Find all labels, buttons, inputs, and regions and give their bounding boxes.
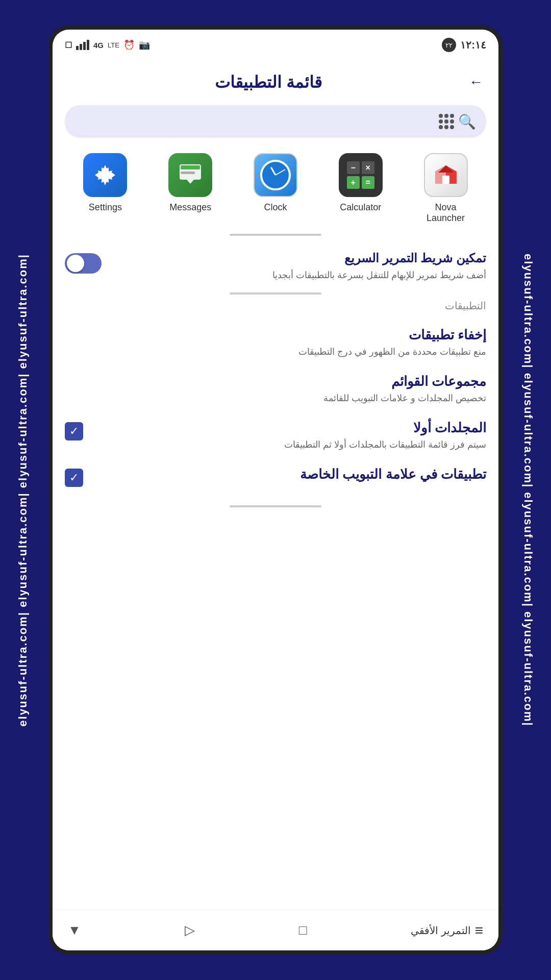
- app-messages[interactable]: Messages: [162, 153, 218, 224]
- fast-scroll-text: تمكين شريط التمرير السريع أضف شريط تمرير…: [102, 251, 486, 282]
- scrollable-area[interactable]: Settings Messages: [53, 148, 498, 910]
- divider-3: [230, 505, 321, 507]
- screen-content: ← قائمة التطبيقات 🔍: [53, 60, 498, 950]
- nova-app-icon: [424, 153, 468, 197]
- custom-tab-row[interactable]: تطبيقات في علامة التبويب الخاصة ✓: [53, 458, 498, 495]
- fast-scroll-section: تمكين شريط التمرير السريع أضف شريط تمرير…: [53, 246, 498, 292]
- menu-groups-desc: تخصيص المجلدات و علامات التبويب للقائمة: [65, 393, 486, 404]
- calculator-app-icon: − × + =: [339, 153, 383, 197]
- custom-tab-text: تطبيقات في علامة التبويب الخاصة: [83, 467, 486, 485]
- bottom-nav: ≡ التمرير الأفقي □ ▷ ▼: [53, 910, 498, 950]
- back-button[interactable]: ←: [469, 74, 483, 90]
- fast-scroll-desc: أضف شريط تمرير للإبهام للتنقل بسرعة بالت…: [102, 268, 486, 282]
- clock-time: ١٢:١٤: [460, 39, 486, 51]
- settings-label: Settings: [89, 202, 122, 213]
- toggle-knob: [67, 255, 84, 272]
- scroll-text-area: ≡ التمرير الأفقي: [411, 922, 483, 939]
- app-nova[interactable]: Nova Launcher: [418, 153, 474, 224]
- search-bar[interactable]: 🔍: [65, 105, 486, 138]
- nova-label: Nova Launcher: [418, 202, 474, 224]
- grid-icon: [439, 114, 454, 129]
- check-icon-2: ✓: [69, 471, 79, 484]
- hide-apps-item[interactable]: إخفاء تطبيقات منع تطبيقات محددة من الظهو…: [53, 319, 498, 365]
- screenshot-icon: 📷: [139, 39, 150, 51]
- svg-rect-2: [181, 165, 200, 169]
- folders-first-text: المجلدات أولا سيتم فرز قائمة التطبيقات ب…: [83, 420, 486, 450]
- folders-first-desc: سيتم فرز قائمة التطبيقات بالمجلدات أولا …: [83, 439, 486, 450]
- play-button[interactable]: ▷: [185, 922, 195, 938]
- fast-scroll-row: تمكين شريط التمرير السريع أضف شريط تمرير…: [65, 246, 486, 292]
- folders-first-checkbox[interactable]: ✓: [65, 422, 83, 440]
- folders-first-title: المجلدات أولا: [83, 420, 486, 436]
- settings-app-icon: [83, 153, 127, 197]
- menu-groups-item[interactable]: مجموعات القوائم تخصيص المجلدات و علامات …: [53, 365, 498, 412]
- hide-apps-desc: منع تطبيقات محددة من الظهور في درج التطب…: [65, 346, 486, 357]
- calculator-label: Calculator: [340, 202, 381, 213]
- hide-apps-title: إخفاء تطبيقات: [65, 327, 486, 343]
- alarm-icon: ⏰: [123, 39, 135, 51]
- messages-app-icon: [168, 153, 212, 197]
- search-icon: 🔍: [458, 113, 476, 130]
- section-label-apps: التطبيقات: [53, 300, 498, 312]
- divider-1: [230, 234, 321, 236]
- svg-rect-3: [181, 172, 195, 174]
- signal-bars: [76, 40, 89, 50]
- fast-scroll-toggle[interactable]: [65, 253, 102, 274]
- custom-tab-checkbox[interactable]: ✓: [65, 469, 83, 487]
- square-button[interactable]: □: [299, 922, 307, 938]
- fast-scroll-title: تمكين شريط التمرير السريع: [102, 251, 486, 265]
- menu-groups-title: مجموعات القوائم: [65, 374, 486, 389]
- network-4g: 4G: [93, 41, 104, 50]
- status-bar: ☐ 4G LTE ⏰ 📷 ٢٢ ١٢:١٤: [53, 30, 498, 60]
- svg-marker-4: [187, 180, 194, 184]
- page-title: قائمة التطبيقات: [68, 72, 469, 92]
- clock-app-icon: [254, 153, 297, 197]
- messages-label: Messages: [169, 202, 211, 213]
- status-right: ٢٢ ١٢:١٤: [442, 38, 486, 52]
- phone-container: ☐ 4G LTE ⏰ 📷 ٢٢ ١٢:١٤ ← قائمة التطبيقات: [48, 26, 503, 954]
- apps-row: Settings Messages: [53, 148, 498, 234]
- status-left: ☐ 4G LTE ⏰ 📷: [65, 39, 150, 51]
- dropdown-button[interactable]: ▼: [68, 922, 81, 938]
- divider-2: [230, 292, 321, 295]
- network-lte: LTE: [108, 41, 119, 49]
- notification-badge: ٢٢: [442, 38, 456, 52]
- check-icon: ✓: [69, 425, 79, 438]
- app-clock[interactable]: Clock: [247, 153, 304, 224]
- app-settings[interactable]: Settings: [77, 153, 133, 224]
- menu-lines-icon: ≡: [475, 922, 483, 939]
- watermark-right-text: elyusuf-ultra.com| elyusuf-ultra.com| el…: [521, 254, 535, 726]
- scroll-label: التمرير الأفقي: [411, 924, 471, 937]
- folders-first-row[interactable]: المجلدات أولا سيتم فرز قائمة التطبيقات ب…: [53, 412, 498, 458]
- watermark-left-text: elyusuf-ultra.com| elyusuf-ultra.com| el…: [16, 254, 30, 726]
- page-header: ← قائمة التطبيقات: [53, 60, 498, 100]
- clock-label: Clock: [264, 202, 287, 213]
- svg-rect-7: [442, 176, 449, 184]
- app-calculator[interactable]: − × + = Calculator: [333, 153, 389, 224]
- custom-tab-title: تطبيقات في علامة التبويب الخاصة: [83, 467, 486, 482]
- battery-indicator: ☐: [65, 40, 72, 50]
